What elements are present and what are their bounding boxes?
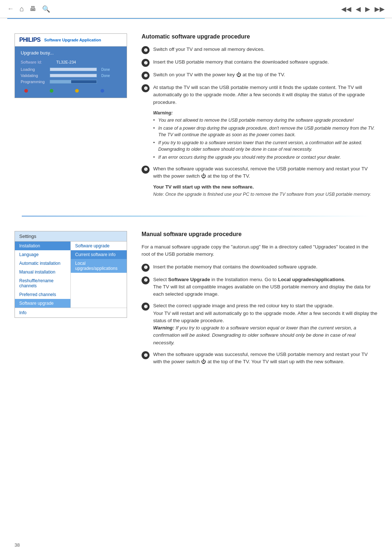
manual-steps: ➊ Insert the portable memory that contai… [142, 263, 377, 366]
warning-item-2: In case of a power drop during the upgra… [153, 125, 377, 138]
programming-label: Programming [21, 80, 47, 84]
manual-step-2: ➋ Select Software Upgrade in the Install… [142, 276, 377, 298]
skip-back-icon[interactable]: ◀◀ [341, 5, 351, 13]
skip-forward-icon[interactable]: ▶▶ [375, 5, 385, 13]
nav-left: ← ⌂ 🖶 🔍 [7, 5, 50, 13]
manual-step-num-2: ➋ [142, 276, 150, 284]
software-id-value: TL32E-234 [56, 60, 76, 64]
print-icon[interactable]: 🖶 [30, 5, 36, 13]
menu-reshuffle[interactable]: Reshuffle/rename channels [15, 276, 70, 290]
step5-list: ➎ When the software upgrade was successf… [142, 165, 377, 180]
step-text-4: At startup the TV will scan the USB port… [153, 84, 377, 106]
settings-box: Settings Installation Language Automatic… [15, 231, 127, 318]
menu-preferred-channels[interactable]: Preferred channels [15, 290, 70, 299]
manual-step-num-3: ➌ [142, 303, 150, 311]
manual-warning-title: Warning: [153, 325, 174, 331]
warning-item-1: You are not allowed to remove the USB po… [153, 117, 377, 123]
manual-step-num-4: ➍ [142, 351, 150, 359]
manual-step-4: ➍ When the software upgrade was successf… [142, 351, 377, 366]
settings-footer: Info [15, 308, 127, 317]
prev-icon[interactable]: ◀ [356, 5, 361, 13]
dot-green [50, 89, 53, 93]
menu-software-upgrade[interactable]: Software upgrade [15, 299, 70, 308]
validating-bar [50, 74, 97, 77]
step-item-4: ➍ At startup the TV will scan the USB po… [142, 84, 377, 106]
menu-local-upgrades[interactable]: Local upgrades/applications [71, 259, 127, 273]
loading-done: Done [101, 68, 110, 72]
manual-step-text-1: Insert the portable memory that contains… [153, 263, 377, 272]
programming-row: Programming [21, 80, 121, 84]
upgrade-busy-text: Upgrade busy... [21, 50, 121, 56]
section-automatic: PHILIPS Software Upgrade Application Upg… [15, 26, 377, 205]
software-id-label: Software Id: [21, 60, 53, 64]
dot-yellow [75, 89, 79, 93]
manual-step-text-2: Select Software Upgrade in the Installat… [153, 276, 377, 298]
warning-item-4: If an error occurs during the upgrade yo… [153, 154, 377, 161]
status-dots [21, 89, 121, 93]
top-navigation: ← ⌂ 🖶 🔍 ◀◀ ◀ ▶ ▶▶ [0, 0, 392, 18]
nav-right: ◀◀ ◀ ▶ ▶▶ [341, 5, 385, 13]
validating-done: Done [101, 74, 110, 78]
right-content-automatic: Automatic software upgrade procedure ➊ S… [142, 33, 377, 198]
warning-item-3: If you try to upgrade to a software vers… [153, 139, 377, 153]
programming-bar [50, 80, 97, 84]
philips-app-title: Software Upgrade Application [44, 38, 101, 42]
section-manual: Settings Installation Language Automatic… [15, 224, 377, 377]
menu-automatic-installation[interactable]: Automatic installation [15, 259, 70, 268]
warning-list: You are not allowed to remove the USB po… [153, 117, 377, 161]
menu-sw-upgrade[interactable]: Software upgrade [71, 242, 127, 250]
step-text-3: Switch on your TV with the power key ⏻ a… [153, 71, 377, 80]
step-num-1: ➊ [142, 46, 150, 54]
right-content-manual: Manual software upgrade procedure For a … [142, 231, 377, 370]
settings-col2: Software upgrade Current software info L… [71, 242, 127, 308]
settings-header: Settings [15, 231, 127, 242]
manual-step-text-3: Select the correct upgrade image and pre… [153, 302, 377, 347]
programming-bar-fill [50, 80, 71, 83]
manual-step-3: ➌ Select the correct upgrade image and p… [142, 302, 377, 347]
dot-blue [101, 89, 104, 93]
validating-label: Validating [21, 73, 47, 78]
step-item-3: ➌ Switch on your TV with the power key ⏻… [142, 71, 377, 80]
menu-installation[interactable]: Installation [15, 242, 70, 250]
page-number: 38 [15, 542, 20, 548]
next-icon[interactable]: ▶ [365, 5, 370, 13]
automatic-steps: ➊ Switch off your TV and remove all memo… [142, 46, 377, 106]
step-item-2: ➋ Insert the USB portable memory that co… [142, 58, 377, 67]
manual-step-num-1: ➊ [142, 264, 150, 272]
step-item-5: ➎ When the software upgrade was successf… [142, 165, 377, 180]
step-item-1: ➊ Switch off your TV and remove all memo… [142, 46, 377, 54]
validating-bar-fill [50, 74, 97, 77]
manual-heading: Manual software upgrade procedure [142, 231, 377, 238]
step-num-5: ➎ [142, 166, 150, 174]
step-num-3: ➌ [142, 72, 150, 80]
dot-red [24, 89, 28, 93]
manual-step-1: ➊ Insert the portable memory that contai… [142, 263, 377, 272]
menu-manual-installation[interactable]: Manual installation [15, 268, 70, 276]
search-icon[interactable]: 🔍 [42, 5, 50, 13]
note-text: Note: Once the upgrade is finished use y… [153, 191, 377, 198]
back-icon[interactable]: ← [7, 5, 14, 13]
left-panel-automatic: PHILIPS Software Upgrade Application Upg… [15, 33, 131, 198]
warning-block: Warning: You are not allowed to remove t… [153, 110, 377, 161]
automatic-heading: Automatic software upgrade procedure [142, 33, 377, 40]
menu-language[interactable]: Language [15, 250, 70, 259]
settings-info[interactable]: Info [19, 310, 122, 315]
step-text-2: Insert the USB portable memory that cont… [153, 58, 377, 67]
home-icon[interactable]: ⌂ [20, 5, 24, 13]
loading-label: Loading [21, 67, 47, 72]
step-text-1: Switch off your TV and remove all memory… [153, 46, 377, 54]
philips-header: PHILIPS Software Upgrade Application [15, 34, 127, 46]
settings-menu: Installation Language Automatic installa… [15, 242, 127, 308]
main-content: PHILIPS Software Upgrade Application Upg… [0, 19, 392, 395]
settings-col1: Installation Language Automatic installa… [15, 242, 71, 308]
local-upgrades-bold: Local upgrades/applications [278, 277, 344, 282]
manual-intro: For a manual software upgrade copy the "… [142, 243, 377, 258]
manual-warning-text: If you try to upgrade to a software vers… [153, 325, 356, 345]
philips-logo: PHILIPS [19, 37, 41, 43]
philips-body: Upgrade busy... Software Id: TL32E-234 L… [15, 46, 127, 98]
step-num-4: ➍ [142, 84, 150, 92]
manual-step-text-4: When the software upgrade was successful… [153, 351, 377, 366]
menu-current-sw-info[interactable]: Current software info [71, 250, 127, 259]
philips-upgrade-box: PHILIPS Software Upgrade Application Upg… [15, 33, 127, 98]
software-id-row: Software Id: TL32E-234 [21, 60, 121, 64]
